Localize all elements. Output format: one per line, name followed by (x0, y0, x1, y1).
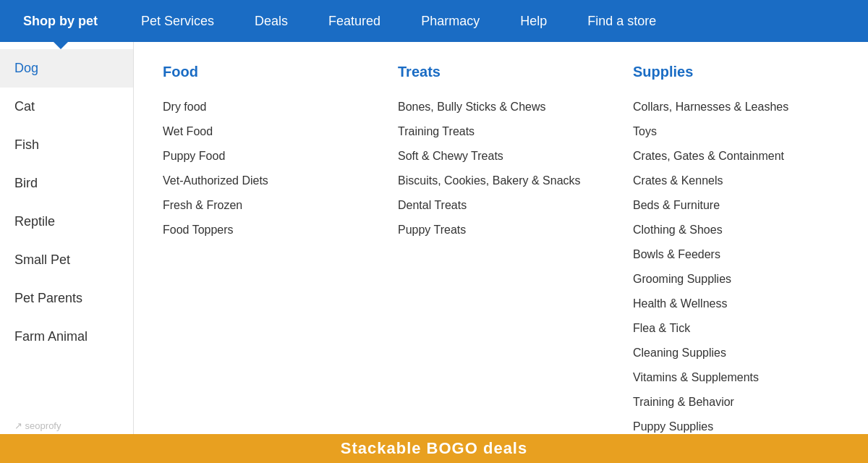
sidebar-item-reptile[interactable]: Reptile (0, 203, 133, 241)
menu-link-training-behavior[interactable]: Training & Behavior (633, 390, 839, 415)
sidebar-item-farm-animal[interactable]: Farm Animal (0, 318, 133, 356)
top-nav: Shop by petPet ServicesDealsFeaturedPhar… (0, 0, 868, 42)
dropdown-area: DogCatFishBirdReptileSmall PetPet Parent… (0, 42, 868, 463)
column-header-treats: Treats (398, 64, 604, 80)
menu-link-crates-gates-containment[interactable]: Crates, Gates & Containment (633, 144, 839, 169)
menu-link-biscuits-cookies-bakery-snacks[interactable]: Biscuits, Cookies, Bakery & Snacks (398, 169, 604, 193)
sidebar-item-cat[interactable]: Cat (0, 88, 133, 126)
nav-item-deals[interactable]: Deals (234, 0, 308, 42)
menu-link-dry-food[interactable]: Dry food (163, 95, 369, 119)
menu-link-dental-treats[interactable]: Dental Treats (398, 193, 604, 218)
menu-link-vitamins-supplements[interactable]: Vitamins & Supplements (633, 365, 839, 390)
sidebar-item-small-pet[interactable]: Small Pet (0, 241, 133, 279)
dropdown-content: FoodDry foodWet FoodPuppy FoodVet-Author… (134, 42, 868, 463)
column-treats: TreatsBones, Bully Sticks & ChewsTrainin… (398, 64, 604, 441)
sidebar-item-fish[interactable]: Fish (0, 126, 133, 164)
column-header-food: Food (163, 64, 369, 80)
sidebar-item-pet-parents[interactable]: Pet Parents (0, 279, 133, 318)
nav-item-find-a-store[interactable]: Find a store (567, 0, 676, 42)
menu-link-bones-bully-sticks-chews[interactable]: Bones, Bully Sticks & Chews (398, 95, 604, 119)
menu-link-puppy-food[interactable]: Puppy Food (163, 144, 369, 169)
menu-link-collars-harnesses-leashes[interactable]: Collars, Harnesses & Leashes (633, 95, 839, 119)
sidebar-item-bird[interactable]: Bird (0, 164, 133, 203)
menu-link-vet-authorized-diets[interactable]: Vet-Authorized Diets (163, 169, 369, 193)
nav-item-pet-services[interactable]: Pet Services (121, 0, 234, 42)
menu-link-clothing-shoes[interactable]: Clothing & Shoes (633, 218, 839, 242)
menu-link-crates-kennels[interactable]: Crates & Kennels (633, 169, 839, 193)
sidebar: DogCatFishBirdReptileSmall PetPet Parent… (0, 42, 134, 463)
bottom-banner: Stackable BOGO deals (0, 434, 868, 463)
menu-link-cleaning-supplies[interactable]: Cleaning Supplies (633, 341, 839, 365)
column-header-supplies: Supplies (633, 64, 839, 80)
column-supplies: SuppliesCollars, Harnesses & LeashesToys… (633, 64, 839, 441)
nav-item-shop-by-pet[interactable]: Shop by pet (0, 0, 121, 42)
nav-item-featured[interactable]: Featured (308, 0, 401, 42)
menu-link-beds-furniture[interactable]: Beds & Furniture (633, 193, 839, 218)
menu-link-grooming-supplies[interactable]: Grooming Supplies (633, 267, 839, 292)
sidebar-item-dog[interactable]: Dog (0, 49, 133, 88)
menu-link-training-treats[interactable]: Training Treats (398, 119, 604, 144)
menu-link-health-wellness[interactable]: Health & Wellness (633, 292, 839, 316)
nav-item-pharmacy[interactable]: Pharmacy (401, 0, 500, 42)
menu-link-flea-tick[interactable]: Flea & Tick (633, 316, 839, 341)
menu-link-food-toppers[interactable]: Food Toppers (163, 218, 369, 242)
menu-link-puppy-treats[interactable]: Puppy Treats (398, 218, 604, 242)
menu-link-toys[interactable]: Toys (633, 119, 839, 144)
menu-link-wet-food[interactable]: Wet Food (163, 119, 369, 144)
column-food: FoodDry foodWet FoodPuppy FoodVet-Author… (163, 64, 369, 441)
watermark: ↗ seoprofy (14, 420, 61, 431)
menu-link-bowls-feeders[interactable]: Bowls & Feeders (633, 242, 839, 267)
menu-link-fresh-frozen[interactable]: Fresh & Frozen (163, 193, 369, 218)
nav-item-help[interactable]: Help (500, 0, 567, 42)
bottom-banner-text: Stackable BOGO deals (341, 439, 527, 458)
menu-link-soft-chewy-treats[interactable]: Soft & Chewy Treats (398, 144, 604, 169)
